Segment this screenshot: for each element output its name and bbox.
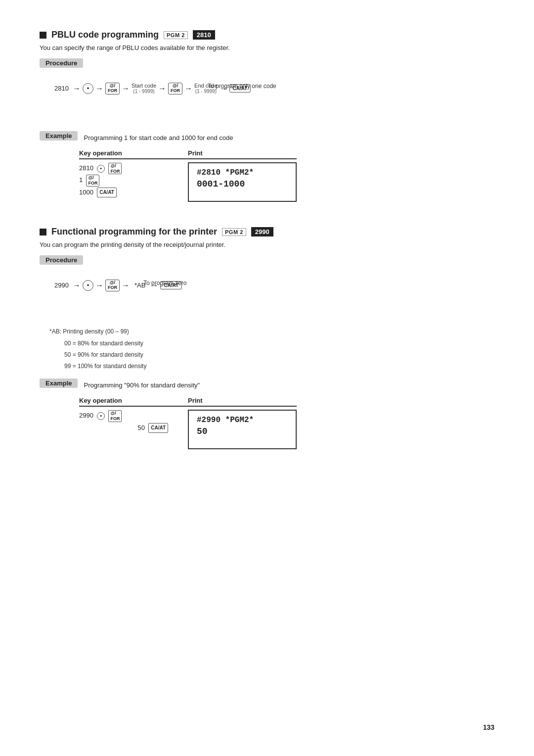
s2-caat-ex: CA/AT [148,423,168,433]
key-op-line2: 1 @/FOR [79,174,188,186]
section2-start-num: 2990 [54,282,69,289]
s2-for-ex: @/FOR [108,410,122,422]
arrow1: → [73,84,81,93]
start-code-range: (1 - 9999) [133,89,154,94]
section2-print-box: #2990 *PGM2* 50 [188,410,297,449]
s2-key-op-line1: 2990 • @/FOR [79,410,188,422]
section1-key-op-header: Key operation [79,149,188,159]
dot-ex1: • [97,165,105,173]
section2-key-op-header: Key operation [79,397,188,407]
s2-arrow3: → [122,281,130,290]
start-code-col: Start code (1 - 9999) [132,83,156,94]
section1-badge-pgm: PGM 2 [164,31,188,39]
section2-title-text: Functional programming for the printer [51,227,217,237]
section2-print-col: Print #2990 *PGM2* 50 [188,397,297,449]
section1-print-col: Print #2810 *PGM2* 0001-1000 [188,149,297,202]
arrow4: → [158,84,166,93]
section1-start-num: 2810 [54,85,69,92]
section2-print-line1: #2990 *PGM2* [197,416,288,425]
section1-bullet [40,32,46,39]
section1-title: PBLU code programming PGM 2 2810 [40,30,494,40]
density-line1: 00 = 80% for standard density [64,338,494,349]
section1-print-box: #2810 *PGM2* 0001-1000 [188,162,297,202]
section1-key-op-col: Key operation 2810 • @/FOR 1 @/FOR 1000 … [79,149,188,202]
section1-key-op-body: 2810 • @/FOR 1 @/FOR 1000 CA/AT [79,162,188,198]
section1-badge-code: 2810 [193,30,215,40]
section2-key-op-body: 2990 • @/FOR 50 CA/AT [79,410,188,433]
section1-print-line1: #2810 *PGM2* [197,168,288,177]
section2-flow: To program zero 2990 → • → @/FOR → *AB →… [54,280,494,319]
section1-example-label: Example [40,131,78,141]
s2-arrow1: → [73,281,81,290]
section1-flow: To program only one code 2810 → • → @/FO… [54,83,494,122]
section1-print-header: Print [188,149,297,159]
density-list: 00 = 80% for standard density 50 = 90% f… [64,338,494,372]
for-ex1: @/FOR [108,163,122,175]
arrow2: → [95,84,103,93]
s2-dot-ex: • [97,412,105,420]
start-code-label: Start code [132,83,156,89]
section2-badge-pgm: PGM 2 [222,228,246,236]
section2-key-op-col: Key operation 2990 • @/FOR 50 CA/AT [79,397,188,449]
for-ex2: @/FOR [86,175,99,187]
section2: Functional programming for the printer P… [40,227,494,449]
section2-print-header: Print [188,397,297,407]
section2-flow-note: To program zero [143,280,186,286]
section2-op-table: Key operation 2990 • @/FOR 50 CA/AT Prin… [79,397,494,449]
arrow5: → [184,84,192,93]
key-op-line1: 2810 • @/FOR [79,162,188,174]
section1-op-table: Key operation 2810 • @/FOR 1 @/FOR 1000 … [79,149,494,202]
page-number: 133 [483,723,494,731]
caat-ex1: CA/AT [97,188,117,197]
s2-key-op-line2: 50 CA/AT [79,422,188,433]
density-line2: 50 = 90% for standard density [64,349,494,361]
density-line3: 99 = 100% for standard density [64,361,494,372]
section2-example-label: Example [40,378,78,388]
section1-procedure-label: Procedure [40,58,83,68]
s2-dot-key: • [83,280,93,291]
section2-badge-code: 2990 [251,227,273,236]
for-key2: @/FOR [168,83,182,94]
section2-procedure-label: Procedure [40,255,83,265]
section1-flow-note: To program only one code [208,83,276,90]
section2-bullet [40,229,46,236]
section2-print-line2: 50 [197,426,288,436]
section2-title: Functional programming for the printer P… [40,227,494,237]
key-op-line3: 1000 CA/AT [79,187,188,198]
section2-example-text: Programming "90% for standard density" [84,381,200,389]
section2-example-row: Example Programming "90% for standard de… [40,378,494,392]
section2-desc: You can program the printing density of … [40,241,494,248]
dot-key1: • [83,83,93,94]
section1-title-text: PBLU code programming [51,30,159,40]
section2-annotation: *AB: Printing density (00 – 99) 00 = 80%… [49,328,494,372]
s2-for-key: @/FOR [105,280,120,291]
end-code-range: (1 - 9999) [195,89,217,94]
arrow3: → [122,84,130,93]
section1: PBLU code programming PGM 2 2810 You can… [40,30,494,202]
section1-example-text: Programming 1 for start code and 1000 fo… [84,134,233,142]
section1-print-line2: 0001-1000 [197,179,288,189]
section1-desc: You can specify the range of PBLU codes … [40,44,494,51]
section1-example-row: Example Programming 1 for start code and… [40,131,494,144]
s2-arrow2: → [95,281,103,290]
for-key1: @/FOR [105,83,120,94]
